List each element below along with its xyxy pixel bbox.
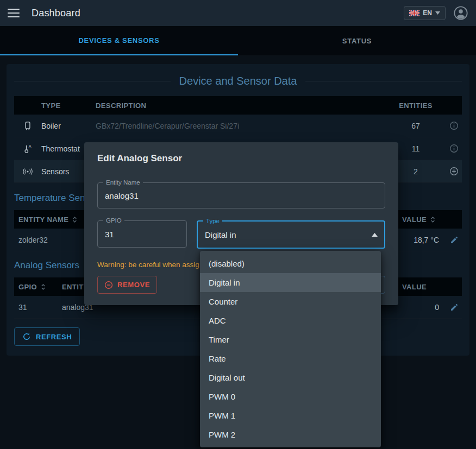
col-type: TYPE (41, 102, 96, 110)
account-icon[interactable] (453, 5, 468, 21)
type-selected-value: Digital in (205, 230, 236, 239)
menu-item-rate[interactable]: Rate (200, 349, 381, 368)
col-gpio: GPIO (18, 283, 37, 291)
app-bar: Dashboard EN (0, 0, 476, 26)
sensors-icon (14, 167, 41, 176)
language-button[interactable]: EN (404, 6, 446, 20)
uk-flag-icon (409, 10, 419, 16)
language-label: EN (423, 9, 432, 17)
remove-label: REMOVE (117, 281, 150, 289)
chevron-down-icon (435, 11, 440, 15)
dialog-title: Edit Analog Sensor (84, 142, 398, 164)
menu-item-pwm-2[interactable]: PWM 2 (200, 425, 381, 444)
entity-name-field: Entity Name (97, 182, 385, 208)
sort-icon[interactable] (429, 216, 437, 224)
device-entities: 67 (391, 122, 440, 130)
refresh-button[interactable]: REFRESH (14, 327, 80, 346)
sort-icon[interactable] (71, 216, 79, 224)
page-title: Dashboard (32, 8, 80, 19)
edit-icon[interactable] (440, 303, 462, 312)
menu-item-pwm-0[interactable]: PWM 0 (200, 387, 381, 406)
type-label: Type (203, 218, 222, 225)
svg-text:A: A (29, 144, 32, 149)
type-select[interactable]: Type Digital in (197, 220, 385, 249)
table-row-boiler[interactable]: Boiler GBx72/Trendline/Cerapur/Greenstar… (14, 115, 462, 137)
boiler-icon (14, 121, 41, 131)
refresh-icon (22, 332, 31, 341)
tab-devices-sensors[interactable]: DEVICES & SENSORS (0, 26, 238, 55)
entity-name-input[interactable] (98, 183, 385, 208)
tab-bar: DEVICES & SENSORS STATUS (0, 26, 476, 56)
device-entities: 11 (391, 144, 440, 153)
menu-item-timer[interactable]: Timer (200, 330, 381, 349)
remove-circle-icon (104, 281, 113, 289)
remove-button[interactable]: REMOVE (97, 276, 157, 294)
device-type: Boiler (41, 122, 96, 130)
refresh-label: REFRESH (36, 333, 72, 341)
col-value: VALUE (402, 283, 427, 291)
menu-item-counter[interactable]: Counter (200, 292, 381, 311)
chevron-up-icon (372, 233, 378, 237)
add-sensor-icon[interactable] (440, 167, 462, 176)
type-dropdown-menu: (disabled) Digital in Counter ADC Timer … (200, 251, 381, 447)
gpio-label: GPIO (103, 217, 124, 224)
menu-icon[interactable] (8, 9, 20, 17)
gpio-field: GPIO (97, 220, 187, 248)
info-icon[interactable] (440, 144, 462, 153)
menu-item-pwm-1[interactable]: PWM 1 (200, 406, 381, 425)
col-description: DESCRIPTION (96, 102, 391, 110)
device-entities: 2 (391, 167, 440, 176)
menu-item-digital-in[interactable]: Digital in (200, 273, 381, 292)
thermostat-icon: A (14, 144, 41, 154)
entity-name-label: Entity Name (103, 179, 143, 186)
tab-status[interactable]: STATUS (238, 26, 476, 55)
menu-item-adc[interactable]: ADC (200, 311, 381, 330)
edit-icon[interactable] (440, 236, 462, 244)
device-description: GBx72/Trendline/Cerapur/Greenstar Si/27i (96, 122, 391, 130)
gpio-input[interactable] (98, 221, 186, 247)
panel-heading: Device and Sensor Data (14, 64, 462, 87)
col-entities: ENTITIES (391, 102, 440, 110)
menu-item-digital-out[interactable]: Digital out (200, 368, 381, 387)
menu-item-disabled[interactable]: (disabled) (200, 254, 381, 273)
sort-icon[interactable] (39, 283, 47, 291)
device-table-header: TYPE DESCRIPTION ENTITIES (14, 96, 462, 115)
sensor-gpio: 31 (14, 303, 62, 312)
col-entity-name: ENTITY NAME (18, 216, 68, 224)
info-icon[interactable] (440, 121, 462, 130)
col-value: VALUE (402, 216, 427, 224)
